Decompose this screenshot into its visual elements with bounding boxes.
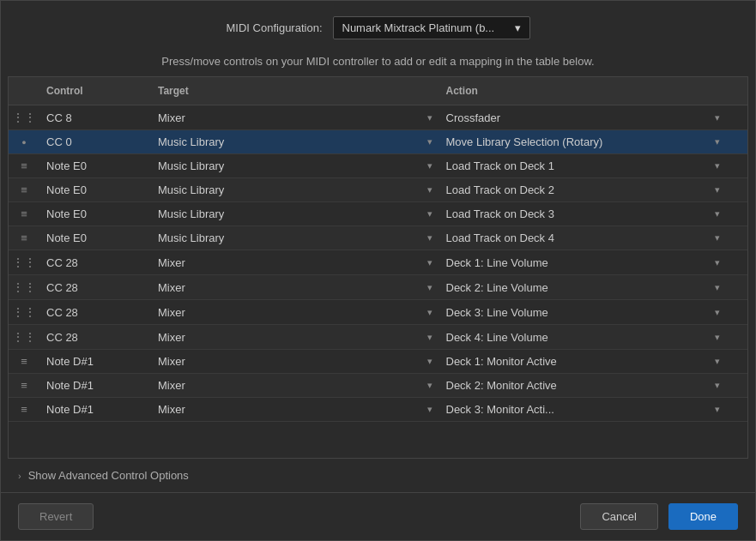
row-target[interactable]: Mixer▾ bbox=[151, 276, 439, 299]
table-row[interactable]: ≡Note E0Music Library▾Load Track on Deck… bbox=[9, 202, 747, 226]
row-control: Note E0 bbox=[39, 202, 151, 225]
action-chevron: ▾ bbox=[715, 332, 720, 343]
row-target[interactable]: Mixer▾ bbox=[151, 251, 439, 274]
row-target-text: Mixer bbox=[158, 256, 424, 269]
mapping-table: Control Target Action ⋮⋮CC 8Mixer▾Crossf… bbox=[8, 76, 748, 459]
target-chevron: ▾ bbox=[427, 232, 432, 243]
row-action[interactable]: Deck 1: Line Volume▾ bbox=[439, 251, 728, 274]
row-action[interactable]: Deck 3: Monitor Acti...▾ bbox=[439, 398, 728, 421]
midi-mapping-dialog: MIDI Configuration: Numark Mixtrack Plat… bbox=[0, 0, 756, 541]
target-chevron: ▾ bbox=[427, 332, 432, 343]
row-action-text: Deck 1: Line Volume bbox=[446, 256, 712, 269]
table-row[interactable]: ⋮⋮CC 8Mixer▾Crossfader▾ bbox=[9, 105, 747, 130]
footer: Revert Cancel Done bbox=[1, 492, 755, 540]
row-icon: ≡ bbox=[9, 202, 39, 225]
row-action[interactable]: Load Track on Deck 4▾ bbox=[439, 226, 728, 249]
row-scroll-area bbox=[727, 161, 747, 171]
midi-config-dropdown[interactable]: Numark Mixtrack Platinum (b... ▾ bbox=[333, 16, 530, 39]
row-scroll-area bbox=[727, 307, 747, 317]
row-action[interactable]: Load Track on Deck 3▾ bbox=[439, 202, 728, 225]
row-action[interactable]: Load Track on Deck 2▾ bbox=[439, 178, 728, 201]
row-control: Note D#1 bbox=[39, 350, 151, 373]
row-scroll-area bbox=[727, 257, 747, 267]
row-action[interactable]: Deck 2: Line Volume▾ bbox=[439, 276, 728, 299]
row-action-text: Deck 3: Line Volume bbox=[446, 306, 712, 319]
row-target[interactable]: Mixer▾ bbox=[151, 350, 439, 373]
table-row[interactable]: ⋮⋮CC 28Mixer▾Deck 1: Line Volume▾ bbox=[9, 250, 747, 275]
row-scroll-area bbox=[727, 185, 747, 195]
row-action-text: Crossfader bbox=[446, 111, 712, 124]
target-chevron: ▾ bbox=[427, 112, 432, 123]
table-row[interactable]: ≡Note E0Music Library▾Load Track on Deck… bbox=[9, 178, 747, 202]
advanced-label: Show Advanced Control Options bbox=[28, 469, 189, 482]
table-row[interactable]: ≡Note D#1Mixer▾Deck 3: Monitor Acti...▾ bbox=[9, 398, 747, 422]
row-target[interactable]: Music Library▾ bbox=[151, 130, 439, 153]
row-icon: ≡ bbox=[9, 226, 39, 249]
action-chevron: ▾ bbox=[715, 404, 720, 415]
action-chevron: ▾ bbox=[715, 282, 720, 293]
revert-button[interactable]: Revert bbox=[18, 503, 94, 530]
row-target[interactable]: Mixer▾ bbox=[151, 326, 439, 349]
target-chevron: ▾ bbox=[427, 356, 432, 367]
row-target[interactable]: Mixer▾ bbox=[151, 374, 439, 397]
target-chevron: ▾ bbox=[427, 184, 432, 195]
action-chevron: ▾ bbox=[715, 307, 720, 318]
row-icon: ⋮⋮ bbox=[9, 250, 39, 274]
table-row[interactable]: ⋮⋮CC 28Mixer▾Deck 3: Line Volume▾ bbox=[9, 300, 747, 325]
row-action-text: Deck 4: Line Volume bbox=[446, 331, 712, 344]
row-action[interactable]: Load Track on Deck 1▾ bbox=[439, 154, 728, 177]
row-icon: ≡ bbox=[9, 350, 39, 373]
table-body[interactable]: ⋮⋮CC 8Mixer▾Crossfader▾●CC 0Music Librar… bbox=[9, 105, 747, 422]
action-chevron: ▾ bbox=[715, 380, 720, 391]
hint-text: Press/move controls on your MIDI control… bbox=[1, 50, 755, 76]
row-icon: ≡ bbox=[9, 374, 39, 397]
row-target-text: Music Library bbox=[158, 183, 424, 196]
table-row[interactable]: ⋮⋮CC 28Mixer▾Deck 2: Line Volume▾ bbox=[9, 275, 747, 300]
row-action[interactable]: Crossfader▾ bbox=[439, 106, 728, 129]
col-action: Action bbox=[439, 81, 728, 101]
action-chevron: ▾ bbox=[715, 257, 720, 268]
row-target[interactable]: Music Library▾ bbox=[151, 226, 439, 249]
row-action[interactable]: Deck 2: Monitor Active▾ bbox=[439, 374, 728, 397]
table-row[interactable]: ≡Note D#1Mixer▾Deck 2: Monitor Active▾ bbox=[9, 374, 747, 398]
row-target-text: Mixer bbox=[158, 331, 424, 344]
row-icon: ⋮⋮ bbox=[9, 300, 39, 324]
table-row[interactable]: ≡Note D#1Mixer▾Deck 1: Monitor Active▾ bbox=[9, 350, 747, 374]
row-target[interactable]: Mixer▾ bbox=[151, 301, 439, 324]
row-action-text: Deck 1: Monitor Active bbox=[446, 355, 712, 368]
done-button[interactable]: Done bbox=[668, 503, 738, 530]
col-target: Target bbox=[151, 81, 439, 101]
row-icon: ≡ bbox=[9, 398, 39, 421]
action-chevron: ▾ bbox=[715, 112, 720, 123]
row-target-text: Mixer bbox=[158, 355, 424, 368]
row-target[interactable]: Mixer▾ bbox=[151, 106, 439, 129]
target-chevron: ▾ bbox=[427, 380, 432, 391]
row-icon: ⋮⋮ bbox=[9, 325, 39, 349]
advanced-options-row[interactable]: › Show Advanced Control Options bbox=[1, 459, 755, 492]
row-icon: ⋮⋮ bbox=[9, 105, 39, 129]
row-control: Note E0 bbox=[39, 226, 151, 249]
row-target-text: Music Library bbox=[158, 159, 424, 172]
row-action[interactable]: Deck 3: Line Volume▾ bbox=[439, 301, 728, 324]
col-control: Control bbox=[39, 81, 151, 101]
table-row[interactable]: ●CC 0Music Library▾Move Library Selectio… bbox=[9, 130, 747, 154]
row-control: CC 28 bbox=[39, 326, 151, 349]
table-row[interactable]: ⋮⋮CC 28Mixer▾Deck 4: Line Volume▾ bbox=[9, 325, 747, 350]
action-chevron: ▾ bbox=[715, 184, 720, 195]
row-target-text: Mixer bbox=[158, 403, 424, 416]
table-row[interactable]: ≡Note E0Music Library▾Load Track on Deck… bbox=[9, 154, 747, 178]
row-target[interactable]: Mixer▾ bbox=[151, 398, 439, 421]
table-row[interactable]: ≡Note E0Music Library▾Load Track on Deck… bbox=[9, 226, 747, 250]
row-target-text: Music Library bbox=[158, 135, 424, 148]
row-action[interactable]: Deck 1: Monitor Active▾ bbox=[439, 350, 728, 373]
table-header: Control Target Action bbox=[9, 77, 747, 105]
row-target[interactable]: Music Library▾ bbox=[151, 202, 439, 225]
row-scroll-area bbox=[727, 332, 747, 342]
row-target-text: Mixer bbox=[158, 281, 424, 294]
row-target[interactable]: Music Library▾ bbox=[151, 178, 439, 201]
cancel-button[interactable]: Cancel bbox=[580, 503, 657, 530]
row-action[interactable]: Deck 4: Line Volume▾ bbox=[439, 326, 728, 349]
row-action[interactable]: Move Library Selection (Rotary)▾ bbox=[439, 130, 728, 153]
action-chevron: ▾ bbox=[715, 136, 720, 147]
row-target[interactable]: Music Library▾ bbox=[151, 154, 439, 177]
